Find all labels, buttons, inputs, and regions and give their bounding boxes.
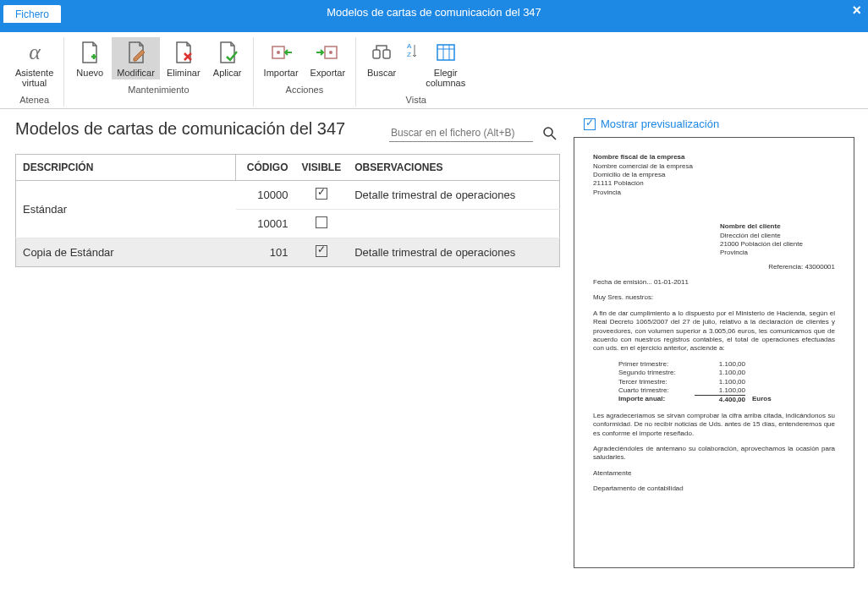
cell-visible[interactable] — [295, 210, 349, 238]
checkbox-icon — [316, 216, 327, 228]
preview-document: Nombre fiscal de la empresa Nombre comer… — [574, 137, 854, 568]
preview-reference: Referencia: 43000001 — [593, 263, 835, 271]
ribbon-group-acciones: Importar Exportar Acciones — [254, 37, 357, 107]
right-pane: Mostrar previsualización Nombre fiscal d… — [574, 109, 868, 602]
modificar-button[interactable]: Modificar — [112, 37, 160, 79]
ribbon: α Asistente virtual Atenea Nuevo Modific… — [0, 32, 868, 109]
group-label-atenea: Atenea — [19, 93, 49, 107]
importar-label: Importar — [264, 68, 299, 78]
cell-descripcion: Estándar — [16, 181, 236, 238]
show-preview-label: Mostrar previsualización — [601, 118, 719, 130]
preview-dept: Departamento de contabilidad — [593, 484, 835, 493]
eliminar-label: Eliminar — [167, 68, 201, 78]
ribbon-group-atenea: α Asistente virtual Atenea — [5, 37, 64, 107]
quarter-value: 1.100,00 — [695, 360, 745, 369]
svg-rect-6 — [383, 50, 390, 58]
preview-fecha: Fecha de emisión... 01-01-2011 — [593, 278, 835, 287]
data-grid: DESCRIPCIÓN CÓDIGO VISIBLE OBSERVACIONES… — [15, 154, 560, 267]
svg-point-13 — [544, 128, 552, 136]
svg-rect-5 — [373, 50, 380, 58]
preview-client-name: Nombre del cliente — [720, 222, 835, 231]
ribbon-group-vista: Buscar AZ Elegir columnas Vista — [356, 37, 475, 107]
new-doc-icon — [76, 39, 103, 66]
group-label-acciones: Acciones — [286, 83, 324, 96]
binoculars-icon — [368, 39, 395, 66]
columns-icon — [432, 39, 459, 66]
svg-point-2 — [277, 51, 280, 54]
svg-line-14 — [552, 135, 556, 140]
search-icon[interactable] — [540, 123, 560, 144]
preview-company-provincia: Provincia — [593, 189, 835, 197]
checkbox-icon — [584, 118, 596, 130]
svg-point-4 — [329, 51, 332, 54]
elegir-label: Elegir columnas — [426, 68, 465, 88]
tab-fichero[interactable]: Fichero — [3, 5, 61, 23]
col-descripcion[interactable]: DESCRIPCIÓN — [16, 155, 236, 181]
cell-codigo: 10000 — [236, 181, 295, 210]
group-label-mantenimiento: Mantenimiento — [128, 83, 189, 96]
col-observaciones[interactable]: OBSERVACIONES — [348, 155, 559, 181]
table-row[interactable]: Estándar10000Detalle trimestral de opera… — [16, 181, 560, 210]
buscar-button[interactable]: Buscar — [361, 37, 402, 79]
apply-doc-icon — [214, 39, 241, 66]
svg-rect-9 — [437, 45, 454, 60]
col-visible[interactable]: VISIBLE — [295, 155, 349, 181]
preview-company-comercial: Nombre comercial de la empresa — [593, 162, 835, 171]
page-title: Modelos de cartas de comunicación del 34… — [15, 119, 345, 139]
import-icon — [267, 39, 294, 66]
svg-text:α: α — [29, 40, 41, 64]
sort-az-button[interactable]: AZ — [404, 37, 419, 64]
preview-company-fiscal: Nombre fiscal de la empresa — [593, 153, 835, 161]
exportar-button[interactable]: Exportar — [305, 37, 351, 79]
checkbox-icon — [316, 188, 327, 200]
nuevo-label: Nuevo — [76, 68, 103, 78]
preview-client-provincia: Provincia — [720, 249, 835, 257]
elegir-columnas-button[interactable]: Elegir columnas — [420, 37, 470, 90]
total-currency: Euros — [752, 395, 772, 404]
preview-body3: Agradeciéndoles de antemano su colaborac… — [593, 445, 835, 462]
modificar-label: Modificar — [117, 68, 155, 78]
quarter-value: 1.100,00 — [695, 378, 745, 386]
export-icon — [314, 39, 341, 66]
quarter-value: 1.100,00 — [695, 369, 745, 377]
aplicar-button[interactable]: Aplicar — [207, 37, 248, 79]
edit-doc-icon — [123, 39, 150, 66]
titlebar: Modelos de cartas de comunicación del 34… — [0, 0, 868, 24]
preview-company-poblacion: 21111 Población — [593, 179, 835, 188]
preview-body2: Les agradeceríamos se sirvan comprobar l… — [593, 412, 835, 438]
cell-observaciones: Detalle trimestral de operaciones — [348, 238, 559, 267]
cell-visible[interactable] — [295, 181, 349, 210]
preview-despedida: Atentamente — [593, 469, 835, 478]
grid-header-row: DESCRIPCIÓN CÓDIGO VISIBLE OBSERVACIONES — [16, 155, 560, 181]
ribbon-group-mantenimiento: Nuevo Modificar Eliminar Aplicar — [64, 37, 253, 107]
eliminar-button[interactable]: Eliminar — [162, 37, 206, 79]
preview-body1: A fin de dar cumplimiento a lo dispuesto… — [593, 309, 835, 353]
delete-doc-icon — [170, 39, 197, 66]
svg-text:Z: Z — [407, 51, 411, 58]
alpha-icon: α — [21, 39, 48, 66]
asistente-label: Asistente virtual — [15, 68, 53, 88]
cell-observaciones — [348, 210, 559, 238]
show-preview-toggle[interactable]: Mostrar previsualización — [584, 118, 854, 130]
asistente-virtual-button[interactable]: α Asistente virtual — [10, 37, 58, 90]
aplicar-label: Aplicar — [213, 68, 242, 78]
cell-descripcion: Copia de Estándar — [16, 238, 236, 267]
table-row[interactable]: Copia de Estándar101Detalle trimestral d… — [16, 238, 560, 267]
buscar-label: Buscar — [367, 68, 396, 78]
col-codigo[interactable]: CÓDIGO — [236, 155, 295, 181]
cell-observaciones: Detalle trimestral de operaciones — [348, 181, 559, 210]
exportar-label: Exportar — [310, 68, 346, 78]
cell-visible[interactable] — [295, 238, 349, 267]
cell-codigo: 101 — [236, 238, 295, 267]
group-label-vista: Vista — [406, 93, 426, 107]
nuevo-button[interactable]: Nuevo — [69, 37, 110, 79]
search-input[interactable] — [389, 124, 533, 142]
quarter-value: 1.100,00 — [695, 386, 745, 395]
ribbon-tabs: Fichero — [0, 24, 868, 32]
quarter-label: Segundo trimestre: — [618, 369, 695, 377]
checkbox-icon — [316, 245, 327, 257]
importar-button[interactable]: Importar — [259, 37, 304, 79]
preview-quarters-table: Primer trimestre:1.100,00Segundo trimest… — [618, 360, 835, 405]
cell-codigo: 10001 — [236, 210, 295, 238]
close-icon[interactable]: × — [852, 2, 861, 19]
